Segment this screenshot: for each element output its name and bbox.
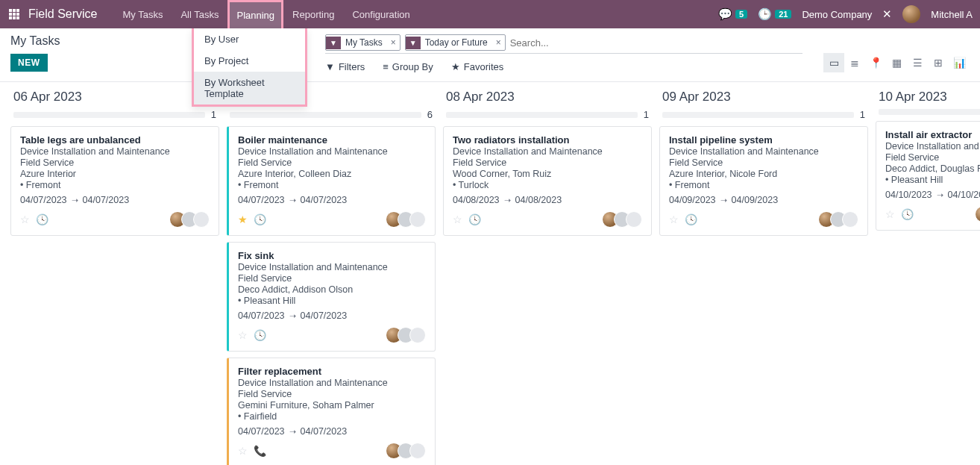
clock-icon[interactable]: 🕓: [254, 329, 266, 341]
card-dates: 04/08/2023➝04/08/2023: [453, 195, 642, 205]
filters-button[interactable]: ▼Filters: [325, 61, 365, 72]
card-location: • Fremont: [669, 180, 858, 190]
company-switcher[interactable]: Demo Company: [802, 9, 872, 20]
view-switcher: ▭ ≣ 📍 ▦ ☰ ⊞ 📊: [823, 53, 970, 72]
card-customer: Deco Addict, Addison Olson: [238, 284, 426, 295]
clock-icon[interactable]: 🕓: [901, 208, 914, 220]
clock-icon[interactable]: 🕓: [468, 213, 481, 225]
task-card[interactable]: Fix sink Device Installation and Mainten…: [227, 242, 436, 352]
user-avatar[interactable]: [902, 5, 920, 23]
avatar: [409, 443, 426, 459]
nav-mytasks[interactable]: My Tasks: [113, 0, 172, 28]
favorites-button[interactable]: ★Favorites: [451, 61, 503, 72]
facet-close[interactable]: ×: [492, 37, 505, 48]
chat-count: 5: [735, 10, 747, 19]
clock-icon[interactable]: 🕓: [254, 213, 266, 225]
column-progress[interactable]: [446, 112, 638, 118]
column-progress[interactable]: [879, 109, 980, 115]
search-box[interactable]: ▼ My Tasks × ▼ Today or Future ×: [325, 34, 802, 54]
kanban-column: 10 Apr 2023 Install air extractor Device…: [876, 90, 980, 465]
activities-button[interactable]: 🕒 21: [758, 7, 791, 21]
facet-label: My Tasks: [341, 35, 387, 50]
card-subtitle: Device Installation and Maintenance: [669, 146, 858, 157]
star-icon[interactable]: ☆: [20, 213, 30, 225]
column-count: 1: [860, 109, 865, 120]
card-customer: Azure Interior: [20, 169, 210, 179]
column-progress[interactable]: [13, 112, 205, 118]
facet-label: Today or Future: [421, 35, 492, 50]
card-subtitle: Device Installation and Maintenance: [20, 146, 210, 157]
card-dates: 04/07/2023➝04/07/2023: [20, 195, 210, 205]
task-card[interactable]: Install pipeline system Device Installat…: [659, 126, 868, 236]
star-icon[interactable]: ☆: [885, 208, 895, 220]
card-location: • Pleasant Hill: [885, 175, 980, 185]
task-card[interactable]: Install air extractor Device Installatio…: [876, 121, 980, 231]
column-count: 1: [644, 109, 649, 120]
filter-icon: ▼: [326, 37, 341, 49]
dropdown-by-worksheet-template[interactable]: By Worksheet Template: [194, 72, 305, 104]
nav-planning[interactable]: Planning: [227, 0, 283, 28]
dropdown-by-project[interactable]: By Project: [194, 50, 305, 72]
chat-icon: 💬: [718, 7, 732, 21]
card-customer: Gemini Furniture, Soham Palmer: [238, 400, 426, 411]
apps-icon[interactable]: [7, 7, 21, 21]
phone-icon[interactable]: 📞: [254, 445, 266, 457]
list-view-button[interactable]: ≣: [844, 53, 865, 72]
facet-close[interactable]: ×: [387, 37, 400, 48]
star-icon: ★: [451, 61, 460, 72]
assignee-avatars[interactable]: [823, 211, 858, 228]
kanban-column: 09 Apr 2023 1 Install pipeline system De…: [659, 90, 868, 465]
messaging-button[interactable]: 💬 5: [718, 7, 747, 21]
groupby-button[interactable]: ≡Group By: [383, 61, 433, 72]
new-button[interactable]: NEW: [10, 54, 48, 72]
star-icon[interactable]: ☆: [669, 213, 679, 225]
gantt-view-button[interactable]: ☰: [907, 53, 928, 72]
card-project: Field Service: [20, 157, 210, 168]
star-icon[interactable]: ☆: [238, 329, 248, 341]
dropdown-by-user[interactable]: By User: [194, 28, 305, 50]
facet-today-future[interactable]: ▼ Today or Future ×: [405, 34, 506, 51]
calendar-view-button[interactable]: ▦: [886, 53, 907, 72]
nav-reporting[interactable]: Reporting: [283, 0, 343, 28]
task-card[interactable]: Two radiators installation Device Instal…: [443, 126, 652, 236]
search-input[interactable]: [510, 37, 802, 49]
card-subtitle: Device Installation and M: [885, 141, 980, 152]
column-progress[interactable]: [230, 112, 421, 118]
card-project: Field Service: [238, 389, 426, 399]
card-location: • Pleasant Hill: [238, 296, 426, 306]
facet-mytasks[interactable]: ▼ My Tasks ×: [325, 34, 401, 51]
kanban-column: 08 Apr 2023 1 Two radiators installation…: [443, 90, 652, 465]
star-icon[interactable]: ☆: [238, 445, 248, 457]
user-name[interactable]: Mitchell A: [931, 9, 973, 20]
clock-icon[interactable]: 🕓: [685, 213, 697, 225]
task-card[interactable]: Table legs are unbalanced Device Install…: [10, 126, 219, 236]
nav-configuration[interactable]: Configuration: [343, 0, 418, 28]
assignee-avatars[interactable]: [390, 327, 426, 343]
graph-view-button[interactable]: 📊: [949, 53, 970, 72]
pivot-view-button[interactable]: ⊞: [928, 53, 949, 72]
task-card[interactable]: Boiler maintenance Device Installation a…: [227, 126, 436, 236]
arrow-icon: ➝: [72, 196, 78, 205]
column-date: 08 Apr 2023: [446, 90, 649, 104]
card-project: Field Service: [669, 157, 858, 168]
debug-icon[interactable]: ✕: [882, 7, 892, 21]
control-panel: My Tasks NEW ▼ My Tasks × ▼ Today or Fut…: [0, 28, 980, 82]
nav-alltasks[interactable]: All Tasks: [172, 0, 227, 28]
assignee-avatars[interactable]: [390, 211, 426, 228]
breadcrumb-title: My Tasks: [10, 34, 60, 48]
clock-icon: 🕒: [758, 7, 772, 21]
star-icon[interactable]: ★: [238, 213, 248, 225]
column-date: 06 Apr 2023: [13, 90, 216, 104]
assignee-avatars[interactable]: [606, 211, 642, 228]
avatar: [975, 206, 980, 222]
assignee-avatars[interactable]: [174, 211, 210, 228]
assignee-avatars[interactable]: [390, 443, 426, 459]
card-customer: Azure Interior, Colleen Diaz: [238, 169, 426, 179]
star-icon[interactable]: ☆: [453, 213, 462, 225]
clock-icon[interactable]: 🕓: [36, 213, 48, 225]
task-card[interactable]: Filter replacement Device Installation a…: [227, 358, 436, 465]
column-progress[interactable]: [662, 112, 854, 118]
kanban-view-button[interactable]: ▭: [823, 53, 844, 72]
map-view-button[interactable]: 📍: [865, 53, 886, 72]
app-brand[interactable]: Field Service: [28, 7, 97, 21]
